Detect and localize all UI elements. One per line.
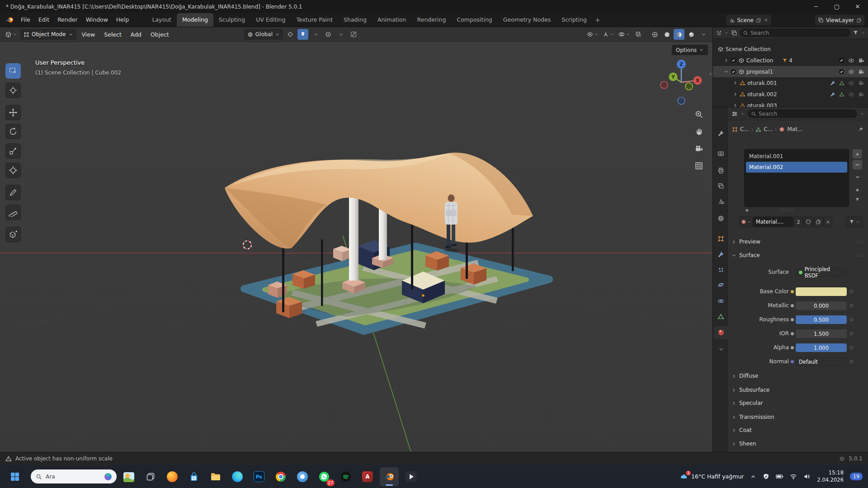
hide-viewport-eye-icon[interactable] (848, 69, 854, 75)
menu-help[interactable]: Help (112, 13, 133, 27)
blender-taskbar-icon[interactable] (380, 467, 399, 486)
widgets-weather-button[interactable] (119, 467, 138, 486)
zoom-icon[interactable] (693, 110, 705, 119)
tab-scene-properties[interactable] (714, 194, 728, 208)
3d-viewport-canvas[interactable]: User Perspective (1) Scene Collection | … (0, 42, 712, 452)
pin-icon[interactable] (858, 127, 864, 132)
ior-field[interactable]: 1.500 (796, 329, 847, 338)
tool-transform[interactable] (5, 163, 21, 178)
tab-uv-editing[interactable]: UV Editing (250, 13, 291, 27)
camera-view-icon[interactable] (693, 144, 705, 153)
tab-strip-more-icon[interactable] (714, 343, 728, 356)
animate-decorator[interactable] (850, 332, 853, 335)
wifi-icon[interactable] (790, 473, 797, 480)
tool-annotate[interactable] (5, 185, 21, 200)
new-material-icon[interactable] (813, 216, 823, 227)
pan-hand-icon[interactable] (693, 127, 705, 136)
disable-render-camera-icon[interactable] (858, 57, 864, 64)
properties-editor-type-icon[interactable] (731, 111, 738, 117)
material-users-button[interactable]: 2 (793, 216, 803, 227)
tool-add-cube[interactable] (5, 227, 21, 242)
photoshop-taskbar-icon[interactable]: Ps (250, 467, 269, 486)
proportional-dropdown[interactable] (335, 29, 346, 40)
breadcrumb-data[interactable]: C... (764, 126, 773, 132)
material-slot-2-selected[interactable]: Material.002 (746, 162, 847, 173)
metallic-slider[interactable]: 0.000 (796, 301, 847, 310)
outliner-row-proposal1[interactable]: proposal1 (713, 66, 868, 77)
tab-sculpting[interactable]: Sculpting (213, 13, 250, 27)
viewport-menu-object[interactable]: Object (147, 31, 173, 38)
hide-viewport-eye-icon[interactable] (848, 91, 854, 98)
material-name-field[interactable]: Material.... (753, 216, 793, 227)
filter-icon[interactable] (853, 30, 859, 36)
region-collapse-icon[interactable]: ‹ (709, 70, 712, 77)
tab-modifier-properties[interactable] (714, 248, 728, 261)
blender-logo-icon[interactable] (5, 17, 15, 23)
outliner-editor-type-icon[interactable] (716, 30, 722, 36)
tab-layout[interactable]: Layout (146, 13, 177, 27)
panel-transmission[interactable]: Transmission (728, 412, 868, 422)
maximize-button[interactable]: ▢ (826, 0, 847, 13)
panel-coat[interactable]: Coat (728, 425, 868, 436)
viewport-menu-add[interactable]: Add (127, 31, 145, 38)
tab-render-properties[interactable] (714, 146, 728, 160)
material-filter-dropdown[interactable] (846, 216, 863, 227)
expand-icon[interactable] (733, 103, 738, 107)
browse-material-button[interactable] (739, 216, 753, 227)
options-button[interactable]: Options (672, 45, 708, 55)
taskbar-clock[interactable]: 15:18 2.04.2026 (817, 469, 844, 483)
expand-icon[interactable] (724, 58, 729, 63)
autocad-taskbar-icon[interactable]: A (358, 467, 377, 486)
tab-material-properties[interactable] (714, 326, 728, 339)
display-mode-icon[interactable] (731, 30, 737, 36)
new-scene-icon[interactable] (756, 18, 761, 23)
breadcrumb-material[interactable]: Mat... (787, 126, 802, 132)
tab-animation[interactable]: Animation (372, 13, 412, 27)
material-slot-1[interactable]: Material.001 (746, 151, 847, 162)
snap-toggle-button[interactable] (297, 29, 308, 40)
tab-modeling[interactable]: Modeling (177, 13, 213, 27)
menu-file[interactable]: File (17, 13, 34, 27)
media-player-taskbar-icon[interactable] (401, 467, 420, 486)
tab-texture-paint[interactable]: Texture Paint (291, 13, 338, 27)
tool-cursor[interactable] (5, 83, 21, 98)
viewlayer-selector[interactable]: ViewLayer (815, 15, 864, 25)
panel-preview[interactable]: Preview ∷∷ (728, 236, 868, 247)
tab-particle-properties[interactable] (714, 263, 728, 277)
chevron-down-icon[interactable] (860, 112, 864, 116)
add-slot-button[interactable]: ＋ (853, 149, 862, 159)
proportional-editing-button[interactable] (323, 29, 334, 40)
chevron-down-icon[interactable] (741, 112, 745, 116)
remove-slot-button[interactable]: − (853, 160, 862, 169)
roughness-slider[interactable]: 0.500 (796, 315, 847, 324)
show-hide-dropdown[interactable] (585, 29, 600, 40)
slot-specials-dropdown[interactable] (853, 174, 862, 180)
hidden-icons-chevron-icon[interactable] (750, 474, 756, 480)
outliner-row-oturak-001[interactable]: oturak.001 (713, 77, 868, 89)
alpha-slider[interactable]: 1.000 (796, 343, 847, 352)
move-slot-down-button[interactable]: ▼ (853, 197, 862, 202)
firefox-taskbar-icon[interactable] (163, 467, 182, 486)
disable-render-camera-icon[interactable] (858, 80, 864, 86)
tool-rotate[interactable] (5, 124, 21, 139)
volume-icon[interactable] (803, 473, 811, 480)
start-button[interactable] (5, 467, 24, 486)
tab-object-properties[interactable] (714, 232, 728, 245)
viewport-menu-view[interactable]: View (78, 31, 99, 38)
base-color-swatch[interactable] (796, 287, 847, 296)
expand-icon[interactable] (733, 80, 738, 85)
panel-specular[interactable]: Specular (728, 398, 868, 408)
security-shield-icon[interactable] (763, 473, 769, 480)
collection-checkbox[interactable] (731, 57, 736, 63)
panel-subsurface[interactable]: Subsurface (728, 385, 868, 395)
edge-taskbar-icon[interactable] (228, 467, 247, 486)
tab-data-properties[interactable] (714, 310, 728, 323)
whatsapp-taskbar-icon[interactable]: 27 (315, 467, 334, 486)
microsoft-store-taskbar-icon[interactable] (184, 467, 203, 486)
menu-window[interactable]: Window (82, 13, 112, 27)
chevron-down-icon[interactable] (724, 31, 729, 35)
notification-count-badge[interactable]: 19 (850, 473, 863, 480)
chevron-down-icon[interactable] (861, 31, 865, 35)
slot-expand-icon[interactable]: ▶ (746, 208, 749, 212)
outliner-row-collection[interactable]: Collection 4 (713, 55, 868, 66)
